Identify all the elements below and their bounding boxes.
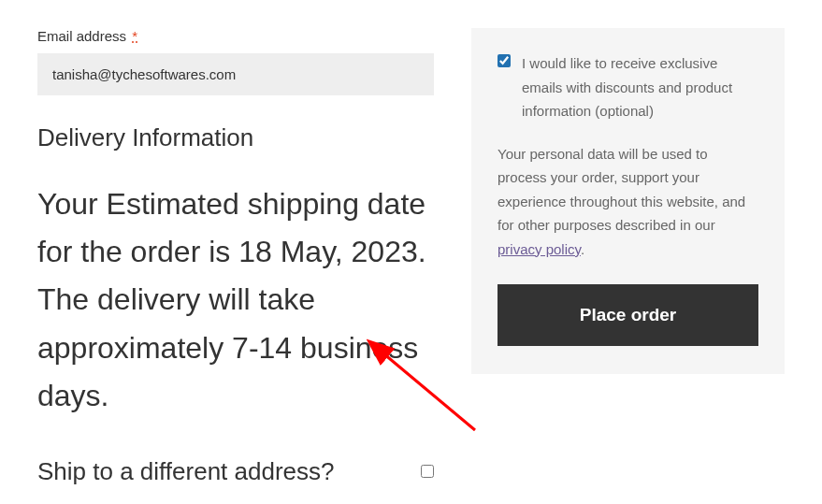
privacy-text-prefix: Your personal data will be used to proce… [498, 146, 745, 234]
email-input[interactable] [37, 53, 434, 95]
privacy-policy-link[interactable]: privacy policy [498, 241, 581, 257]
privacy-text-suffix: . [581, 241, 584, 257]
required-asterisk: * [132, 28, 137, 44]
delivery-heading: Delivery Information [37, 123, 434, 152]
ship-different-checkbox[interactable] [421, 465, 434, 478]
place-order-button[interactable]: Place order [498, 284, 758, 346]
delivery-message: Your Estimated shipping date for the ord… [37, 180, 434, 420]
privacy-text: Your personal data will be used to proce… [498, 142, 758, 262]
order-sidebar: I would like to receive exclusive emails… [471, 28, 785, 374]
ship-different-row: Ship to a different address? [37, 457, 434, 486]
email-form-group: Email address * [37, 28, 434, 95]
consent-text: I would like to receive exclusive emails… [522, 51, 758, 123]
consent-row: I would like to receive exclusive emails… [498, 51, 758, 123]
email-label: Email address * [37, 28, 434, 44]
checkout-container: Email address * Delivery Information You… [0, 0, 822, 486]
ship-different-label: Ship to a different address? [37, 457, 335, 486]
right-column: I would like to receive exclusive emails… [471, 28, 785, 486]
email-label-text: Email address [37, 28, 126, 44]
left-column: Email address * Delivery Information You… [37, 28, 434, 486]
marketing-consent-checkbox[interactable] [498, 54, 511, 67]
